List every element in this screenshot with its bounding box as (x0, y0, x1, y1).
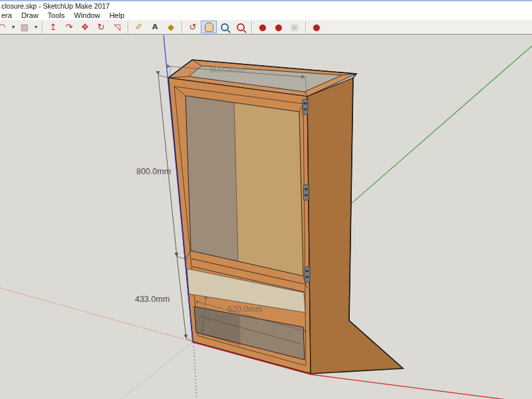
paint-bucket-button[interactable]: ◆ (163, 21, 179, 33)
zoom-magnifier-icon (221, 23, 229, 31)
toolbar-separator (128, 21, 128, 33)
hinge-icon (303, 99, 308, 114)
scale-icon: ◹ (114, 23, 120, 31)
menu-item-draw[interactable]: Draw (17, 11, 43, 19)
dimension-label-433[interactable]: 433.0mm (135, 295, 170, 304)
move-icon: ✥ (82, 23, 89, 31)
camera-red-icon: ● (313, 23, 320, 31)
camera-tool-3-button[interactable]: ● (309, 21, 325, 33)
move-button[interactable]: ✥ (77, 21, 93, 33)
rotate-button[interactable]: ↻ (93, 21, 109, 33)
tape-measure-icon: ✐ (136, 23, 143, 31)
push-pull-button[interactable]: ↥ (45, 21, 61, 33)
follow-me-icon: ↷ (66, 23, 73, 31)
dimension-label-253[interactable]: 253.0mm (198, 313, 233, 323)
dimension-label-800[interactable]: 800.0mm (136, 167, 171, 176)
menu-item-tools[interactable]: Tools (43, 11, 70, 19)
camera-red-icon: ● (259, 23, 266, 31)
zoom-extents-icon (237, 23, 245, 31)
door-glass-left[interactable] (186, 96, 238, 261)
menu-item-era[interactable]: era (0, 11, 17, 19)
toolbar-separator (251, 21, 252, 33)
camera-tool-2-button[interactable]: ● (271, 21, 287, 33)
rotate-icon: ↻ (98, 23, 105, 31)
menu-item-help[interactable]: Help (104, 11, 129, 19)
text-annotation-icon: A (152, 23, 158, 31)
follow-me-button[interactable]: ↷ (61, 21, 77, 33)
scale-button[interactable]: ◹ (109, 21, 125, 33)
dimension-label-600[interactable]: 600.0mm (210, 65, 245, 74)
viewport-3d[interactable]: 800.0mm 433.0mm 600.0mm 520.0mm 253.0mm (0, 35, 532, 399)
arc-icon: ◠ (0, 23, 6, 31)
title-bar: closure.skp - SketchUp Make 2017 (0, 0, 532, 10)
door-glass-right[interactable] (234, 102, 303, 276)
arc-tool-button[interactable]: ◠ (0, 21, 10, 33)
shape-rectangle-icon: ▨ (21, 23, 29, 31)
camera-red-icon: ● (275, 23, 282, 31)
menu-item-window[interactable]: Window (69, 11, 104, 19)
tape-measure-button[interactable]: ✐ (131, 21, 147, 33)
orbit-button[interactable]: ↺ (185, 21, 201, 33)
pan-button[interactable] (201, 21, 217, 33)
dropdown-arrow-icon[interactable]: ▾ (33, 21, 39, 33)
toolbar-separator (182, 21, 182, 33)
text-button[interactable]: A (147, 21, 163, 33)
zoom-button[interactable] (217, 21, 233, 33)
zoom-extents-button[interactable] (233, 21, 249, 33)
menu-bar: eraDrawToolsWindowHelp (0, 10, 532, 20)
shape-tool-button[interactable]: ▨ (17, 21, 33, 33)
dimension-label-520[interactable]: 520.0mm (227, 305, 262, 314)
hinge-icon (304, 185, 309, 200)
export-button[interactable]: ▣ (287, 21, 303, 33)
toolbar-separator (305, 21, 306, 33)
hinge-icon (305, 267, 310, 282)
export-page-icon: ▣ (291, 23, 299, 31)
window-title: closure.skp - SketchUp Make 2017 (1, 2, 110, 10)
push-pull-icon: ↥ (50, 23, 57, 31)
toolbar: ◠▾▨▾↥↷✥↻◹✐A◆↺●●▣● (0, 20, 532, 35)
camera-tool-1-button[interactable]: ● (255, 21, 271, 33)
pan-hand-icon (205, 23, 213, 32)
orbit-icon: ↺ (190, 23, 197, 31)
dropdown-arrow-icon[interactable]: ▾ (10, 21, 17, 33)
toolbar-separator (42, 21, 43, 33)
paint-bucket-icon: ◆ (168, 23, 174, 31)
